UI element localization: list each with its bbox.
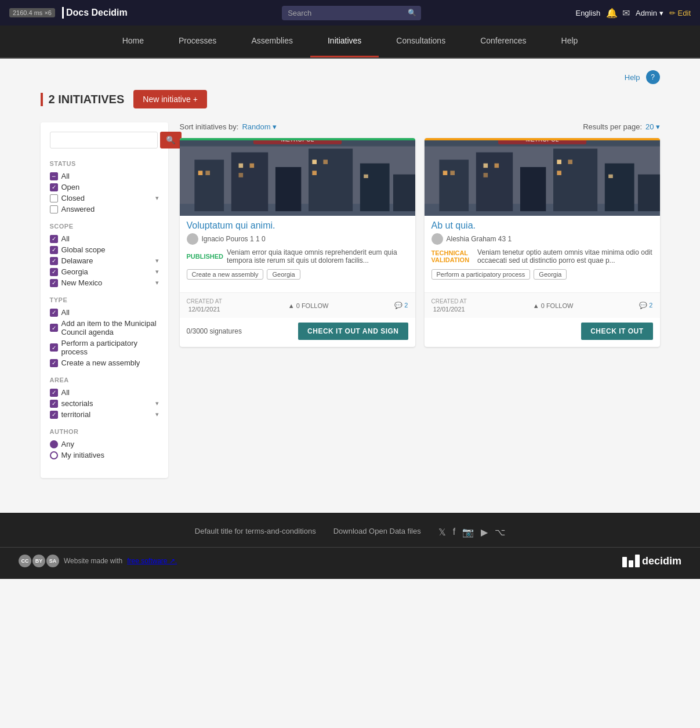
type-all[interactable]: All — [50, 308, 159, 317]
author-my-radio[interactable] — [50, 451, 58, 459]
scope-global-checkbox[interactable] — [50, 246, 58, 254]
svg-text:METROPOL: METROPOL — [281, 140, 314, 143]
chevron-down-icon: ▾ — [155, 257, 159, 265]
card-follow-1[interactable]: ▲ 0 FOLLOW — [288, 302, 329, 309]
status-open-checkbox[interactable] — [50, 183, 58, 191]
type-all-checkbox[interactable] — [50, 309, 58, 317]
author-any[interactable]: Any — [50, 440, 159, 448]
check-out-sign-button[interactable]: CHECK IT OUT AND SIGN — [298, 323, 408, 340]
instagram-icon[interactable]: 📷 — [462, 527, 474, 538]
author-any-radio[interactable] — [50, 440, 58, 448]
area-all-checkbox[interactable] — [50, 389, 58, 397]
svg-rect-32 — [494, 164, 499, 168]
github-icon[interactable]: ⌥ — [495, 527, 505, 538]
new-initiative-button[interactable]: New initiative + — [133, 90, 207, 108]
status-answered[interactable]: Answered — [50, 205, 159, 213]
area-territorial-checkbox[interactable] — [50, 411, 58, 419]
search-area — [135, 6, 569, 20]
language-selector[interactable]: English — [575, 9, 600, 17]
type-participatory-checkbox[interactable] — [50, 343, 58, 352]
sort-select[interactable]: Random ▾ — [242, 122, 276, 131]
card-comments-2[interactable]: 💬 2 — [639, 302, 652, 309]
help-link[interactable]: Help ? — [625, 70, 660, 84]
nav-processes[interactable]: Processes — [161, 26, 234, 57]
edit-button[interactable]: ✏ Edit — [669, 9, 691, 17]
nav-conferences[interactable]: Conferences — [463, 26, 543, 57]
nav-consultations[interactable]: Consultations — [379, 26, 463, 57]
card-tag-georgia[interactable]: Georgia — [267, 269, 300, 280]
type-assembly[interactable]: Create a new assembly — [50, 358, 159, 367]
search-input[interactable] — [282, 6, 421, 20]
search-input-wrap[interactable] — [282, 6, 421, 20]
status-closed-checkbox[interactable] — [50, 194, 58, 202]
scope-delaware-checkbox[interactable] — [50, 257, 58, 265]
check-out-button[interactable]: CHECK IT OUT — [581, 323, 652, 340]
scope-global[interactable]: Global scope — [50, 245, 159, 254]
initiatives-grid: METROPOL Voluptatum qui animi. Ignacio P… — [180, 138, 660, 347]
scope-all-checkbox[interactable] — [50, 235, 58, 243]
area-sectorials-checkbox[interactable] — [50, 400, 58, 408]
card-title-1[interactable]: Voluptatum qui animi. — [187, 220, 408, 231]
card-follow-2[interactable]: ▲ 0 FOLLOW — [533, 302, 574, 309]
card-avatar-2 — [431, 233, 443, 245]
card-tag-participatory[interactable]: Perform a participatory process — [431, 269, 531, 280]
svg-rect-29 — [450, 171, 455, 175]
chevron-down-icon: ▾ — [155, 194, 159, 202]
nav-home[interactable]: Home — [105, 26, 161, 57]
author-my[interactable]: My initiatives — [50, 451, 159, 459]
scope-all[interactable]: All — [50, 234, 159, 243]
notification-icon[interactable]: 🔔 — [606, 8, 618, 19]
svg-rect-36 — [608, 175, 613, 178]
status-open[interactable]: Open — [50, 183, 159, 191]
terms-link[interactable]: Default title for terms-and-conditions — [195, 527, 316, 538]
status-closed[interactable]: Closed ▾ — [50, 194, 159, 202]
type-municipal[interactable]: Add an item to the Municipal Council age… — [50, 319, 159, 336]
svg-rect-8 — [198, 171, 202, 175]
per-page-select[interactable]: 20 ▾ — [645, 122, 659, 131]
status-all-checkbox[interactable] — [50, 172, 58, 180]
twitter-icon[interactable]: 𝕏 — [438, 527, 446, 538]
card-comments-1[interactable]: 💬 2 — [394, 302, 408, 309]
scope-georgia-checkbox[interactable] — [50, 268, 58, 276]
status-answered-checkbox[interactable] — [50, 205, 58, 213]
open-data-link[interactable]: Download Open Data files — [333, 527, 421, 538]
per-page-label: Results per page: — [583, 122, 642, 131]
topbar-right: English 🔔 ✉ Admin ▾ ✏ Edit — [575, 8, 691, 19]
card-image-1: METROPOL — [180, 138, 415, 213]
svg-rect-10 — [238, 164, 243, 168]
svg-rect-15 — [312, 171, 317, 175]
nav-assemblies[interactable]: Assemblies — [234, 26, 310, 57]
admin-menu[interactable]: Admin ▾ — [636, 9, 663, 17]
help-icon-btn[interactable]: ? — [646, 70, 660, 84]
chevron-down-icon: ▾ — [155, 411, 159, 418]
card-title-2[interactable]: Ab ut quia. — [431, 220, 653, 231]
youtube-icon[interactable]: ▶ — [481, 527, 488, 538]
nav-initiatives[interactable]: Initiatives — [310, 26, 379, 57]
area-all[interactable]: All — [50, 388, 159, 397]
svg-rect-31 — [483, 173, 488, 178]
area-sectorials[interactable]: sectorials ▾ — [50, 399, 159, 408]
scope-new-mexico[interactable]: New Mexico ▾ — [50, 278, 159, 287]
initiative-card-2: METROPOL Ab ut quia. Aleshia Graham 43 1… — [425, 138, 660, 347]
svg-rect-5 — [309, 149, 353, 211]
scope-delaware[interactable]: Delaware ▾ — [50, 256, 159, 265]
status-all[interactable]: All — [50, 172, 159, 180]
type-assembly-checkbox[interactable] — [50, 359, 58, 367]
cc-icon: CC — [19, 555, 31, 567]
scope-new-mexico-checkbox[interactable] — [50, 279, 58, 287]
scope-georgia[interactable]: Georgia ▾ — [50, 267, 159, 276]
facebook-icon[interactable]: f — [453, 527, 455, 538]
type-municipal-checkbox[interactable] — [50, 324, 58, 332]
sidebar-search-input[interactable] — [50, 132, 158, 149]
card-tag-georgia-2[interactable]: Georgia — [534, 269, 567, 280]
card-tag-assembly[interactable]: Create a new assembly — [187, 269, 264, 280]
type-participatory[interactable]: Perform a participatory process — [50, 339, 159, 356]
svg-rect-7 — [393, 175, 415, 211]
sidebar-search-button[interactable]: 🔍 — [160, 132, 182, 149]
area-territorial[interactable]: territorial ▾ — [50, 410, 159, 419]
free-software-link[interactable]: free software ↗. — [127, 557, 177, 565]
nav-help[interactable]: Help — [544, 26, 596, 57]
sidebar: 🔍 STATUS All Open Closed — [41, 122, 168, 478]
message-icon[interactable]: ✉ — [622, 8, 630, 19]
status-badge-2: TECHNICAL VALIDATION — [431, 249, 474, 263]
